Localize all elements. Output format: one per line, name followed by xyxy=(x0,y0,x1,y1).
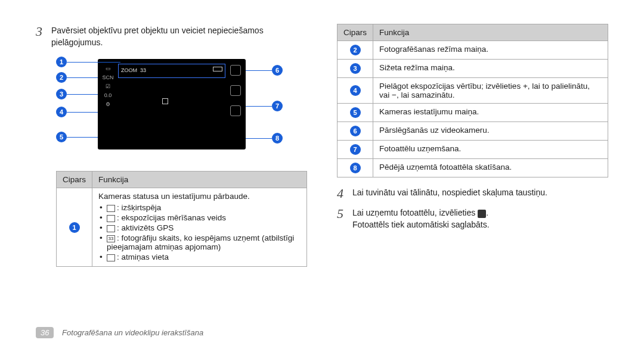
legend-table-right: Cipars Funkcija 2Fotografēšanas režīma m… xyxy=(337,24,608,177)
callout-4: 4 xyxy=(56,107,98,117)
callout-badge: 8 xyxy=(272,133,283,144)
gps-icon xyxy=(107,225,115,232)
step-text: Lai tuvinātu vai tālinātu, nospiediet sk… xyxy=(352,186,608,199)
viewfinder-right-controls xyxy=(227,64,244,145)
bullet-resolution: : izšķirtspēja xyxy=(98,203,301,212)
row-badge-6: 6 xyxy=(350,126,361,136)
photo-count-indicator: 33 xyxy=(140,67,146,73)
bullet-metering: : ekspozīcijas mērīšanas veids xyxy=(98,213,301,222)
step-5: 5 Lai uzņemtu fotoattēlu, izvēlieties . … xyxy=(337,206,608,230)
table-row: 8Pēdējā uzņemtā fotoattēla skatīšana. xyxy=(338,159,608,177)
row-badge-7: 7 xyxy=(350,144,361,155)
metering-icon xyxy=(107,215,115,222)
table-header-cipars: Cipars xyxy=(57,172,92,188)
callout-1: 1 xyxy=(56,57,120,67)
table-header-funkcija: Funkcija xyxy=(92,172,307,188)
bullet-count: 33: fotogrāfiju skaits, ko iespējams uzņ… xyxy=(98,233,301,251)
callout-6: 6 xyxy=(246,65,283,76)
count-icon: 33 xyxy=(107,235,115,242)
storage-icon xyxy=(107,254,115,261)
bullet-storage: : atmiņas vieta xyxy=(98,253,301,261)
step-number: 5 xyxy=(337,206,352,222)
callout-badge: 2 xyxy=(56,72,67,83)
battery-icon xyxy=(213,67,222,71)
table-row: 2Fotografēšanas režīma maiņa. xyxy=(338,41,608,60)
scene-icon: SCN xyxy=(102,75,113,80)
callout-badge: 1 xyxy=(56,57,67,67)
page-number: 36 xyxy=(36,327,54,338)
step-text: Pavērsiet objektīvu pret objektu un veic… xyxy=(51,24,307,48)
row-badge-3: 3 xyxy=(350,63,361,74)
callout-2: 2 xyxy=(56,72,98,83)
step-text: Lai uzņemtu fotoattēlu, izvēlieties . Fo… xyxy=(352,206,608,230)
legend-table-left: Cipars Funkcija 1 Kameras statusa un ies… xyxy=(56,171,307,267)
callout-badge: 7 xyxy=(272,101,283,111)
row-badge-2: 2 xyxy=(350,45,361,55)
row-badge-5: 5 xyxy=(350,107,361,118)
row-badge-8: 8 xyxy=(350,163,361,173)
exposure-value: 0.0 xyxy=(104,93,112,98)
settings-icon: ⚙ xyxy=(106,102,110,107)
viewfinder-screen: ZOOM 33 ▭ SCN ☑ 0.0 ⚙ xyxy=(98,59,246,149)
section-title: Fotografēšana un videoklipu ierakstīšana xyxy=(62,328,203,337)
step-number: 4 xyxy=(337,186,352,201)
step-3: 3 Pavērsiet objektīvu pret objektu un ve… xyxy=(36,24,307,48)
callout-3: 3 xyxy=(56,89,98,99)
callout-5: 5 xyxy=(56,132,98,142)
switch-camera-icon xyxy=(230,65,241,76)
step-4: 4 Lai tuvinātu vai tālinātu, nospiediet … xyxy=(337,186,608,201)
callout-badge: 4 xyxy=(56,107,67,117)
focus-brackets-icon xyxy=(162,98,180,111)
shutter-icon xyxy=(230,85,241,96)
exposure-icon: ☑ xyxy=(106,84,110,89)
callout-badge: 5 xyxy=(56,132,67,142)
row-badge-1: 1 xyxy=(69,222,80,233)
viewfinder-left-controls: ▭ SCN ☑ 0.0 ⚙ xyxy=(99,64,117,145)
table-row: 5Kameras iestatījumu maiņa. xyxy=(338,104,608,122)
bullet-gps: : aktivizēts GPS xyxy=(98,223,301,232)
viewfinder-status-bar: ZOOM 33 xyxy=(118,64,225,78)
table-row: 3Sižeta režīma maiņa. xyxy=(338,60,608,78)
resolution-icon xyxy=(107,205,115,212)
callout-8: 8 xyxy=(246,133,283,144)
table-row: 4Pielāgot ekspozīcijas vērtību; izvēliet… xyxy=(338,78,608,104)
table-row: 7Fotoattēlu uzņemšana. xyxy=(338,141,608,159)
callout-7: 7 xyxy=(246,101,283,111)
table-header-funkcija: Funkcija xyxy=(373,24,608,41)
page-footer: 36 Fotografēšana un videoklipu ierakstīš… xyxy=(36,327,203,338)
step-number: 3 xyxy=(36,24,51,39)
camera-viewfinder-figure: ZOOM 33 ▭ SCN ☑ 0.0 ⚙ xyxy=(56,54,283,161)
zoom-indicator-icon: ZOOM xyxy=(121,67,137,73)
table-row: 1 Kameras statusa un iestatījumu pārbaud… xyxy=(57,188,307,267)
table-header-cipars: Cipars xyxy=(338,24,373,41)
table-row: 6Pārslēgšanās uz videokameru. xyxy=(338,122,608,141)
last-photo-icon xyxy=(230,105,241,116)
shutter-inline-icon xyxy=(478,210,486,218)
row-badge-4: 4 xyxy=(350,85,361,96)
callout-badge: 3 xyxy=(56,89,67,99)
row-intro: Kameras statusa un iestatījumu pārbaude. xyxy=(98,192,301,201)
callout-badge: 6 xyxy=(272,65,283,76)
